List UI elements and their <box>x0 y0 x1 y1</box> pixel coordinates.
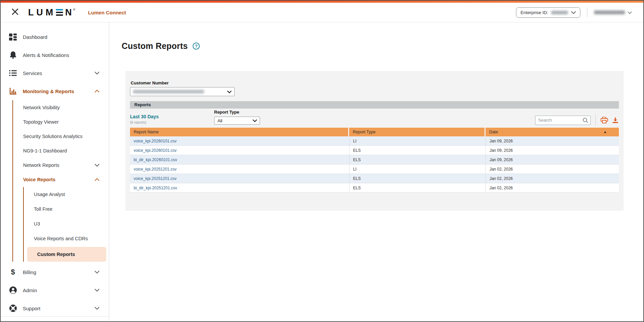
reports-panel: Customer Number Reports Last 30 Days (6 … <box>125 71 624 211</box>
sidebar-item-custom-reports[interactable]: Custom Reports <box>27 247 106 262</box>
bell-icon <box>9 51 17 59</box>
user-menu[interactable] <box>594 9 633 15</box>
sidebar-item-label: Topology Viewer <box>23 119 59 125</box>
report-file-link[interactable]: voice_kpi.20251201.csv <box>134 167 177 172</box>
search-icon <box>582 117 588 123</box>
sidebar-item-voice-reports[interactable]: Voice Reports <box>13 172 109 187</box>
app-name: Lumen Connect <box>88 10 126 15</box>
sidebar-item-alerts-notifications[interactable]: Alerts & Notifications <box>1 46 109 64</box>
report-type-cell: ELS <box>349 155 486 165</box>
print-button[interactable] <box>600 117 608 124</box>
sidebar-item-network-reports[interactable]: Network Reports <box>13 158 109 172</box>
sidebar-item-label: Network Visibility <box>23 105 60 110</box>
sidebar-item-label: Billing <box>23 269 36 275</box>
report-file-link[interactable]: bi_dir_kpi.20251201.csv <box>134 186 177 190</box>
sidebar-item-label: NG9-1-1 Dashboard <box>23 148 67 153</box>
sidebar-item-label: Network Reports <box>23 163 59 168</box>
column-header-date[interactable]: Date▲ <box>486 128 619 136</box>
report-file-link[interactable]: bi_dir_kpi.20260101.csv <box>134 157 177 162</box>
report-date-cell: Jan 09, 2026 <box>486 155 619 165</box>
select-chevron-icon <box>227 89 232 95</box>
table-row: bi_dir_kpi.20260101.csv ELS Jan 09, 2026 <box>130 155 619 165</box>
enterprise-id-label: Enterprise ID: <box>520 10 548 15</box>
enterprise-id-dropdown[interactable]: Enterprise ID: <box>516 7 580 18</box>
chevron-down-icon <box>94 72 100 75</box>
reports-section-header: Reports <box>130 101 619 109</box>
table-tools <box>535 109 619 127</box>
reports-filter-row: Last 30 Days (6 reports) Report Type All <box>130 109 619 127</box>
sidebar-item-label: Toll Free <box>34 206 53 212</box>
page-title-row: Custom Reports ? <box>122 41 643 51</box>
sidebar-item-u3[interactable]: U3 <box>24 216 109 231</box>
report-date-cell: Jan 09, 2026 <box>486 146 619 155</box>
table-row: voice_kpi.20260101.csv ELS Jan 09, 2026 <box>130 146 619 155</box>
sidebar-item-usage-analyst[interactable]: Usage Analyst <box>24 187 109 202</box>
sidebar: Dashboard Alerts & Notifications Service… <box>1 22 109 321</box>
sidebar-item-voice-reports-and-cdrs[interactable]: Voice Reports and CDRs <box>24 231 109 246</box>
customer-number-label: Customer Number <box>131 80 619 85</box>
services-list-icon <box>9 70 17 76</box>
report-file-link[interactable]: voice_kpi.20251201.csv <box>134 176 177 181</box>
report-date-cell: Jan 02, 2026 <box>486 183 619 193</box>
enterprise-id-value-redacted <box>551 11 568 14</box>
report-file-link[interactable]: voice_kpi.20260101.csv <box>134 139 177 143</box>
report-type-cell: ELS <box>349 183 486 193</box>
chevron-down-icon <box>571 9 576 15</box>
download-icon <box>612 117 619 124</box>
sidebar-item-support[interactable]: Support <box>1 299 109 317</box>
chevron-down-icon <box>94 271 100 274</box>
sidebar-item-ng911-dashboard[interactable]: NG9-1-1 Dashboard <box>13 143 109 158</box>
report-type-cell: ELS <box>349 146 486 155</box>
sidebar-item-services[interactable]: Services <box>1 64 109 82</box>
report-date-cell: Jan 09, 2026 <box>486 136 619 146</box>
sidebar-item-label: Security Solutions Analytics <box>23 134 82 139</box>
sidebar-item-label: Custom Reports <box>37 252 75 257</box>
sidebar-footer-divider <box>1 316 109 317</box>
report-date-cell: Jan 02, 2026 <box>486 174 619 183</box>
dollar-icon: $ <box>9 268 17 276</box>
column-header-report-type[interactable]: Report Type <box>349 128 486 136</box>
username-redacted <box>594 10 625 14</box>
customer-number-field: Customer Number <box>130 80 619 96</box>
report-date-cell: Jan 02, 2026 <box>486 165 619 174</box>
chevron-down-icon <box>94 307 100 310</box>
report-type-cell: LI <box>349 136 486 146</box>
registered-mark: ® <box>73 8 75 11</box>
column-header-report-name[interactable]: Report Name <box>130 128 349 136</box>
sidebar-item-label: Support <box>23 306 41 311</box>
sidebar-item-label: Voice Reports <box>23 177 55 182</box>
life-ring-icon <box>9 304 17 312</box>
customer-number-select[interactable] <box>130 87 235 96</box>
date-range-link[interactable]: Last 30 Days <box>130 114 159 119</box>
report-type-cell: ELS <box>349 174 486 183</box>
app-window: LUM N ® Lumen Connect Enterprise ID: <box>0 0 644 322</box>
sidebar-item-label: Dashboard <box>23 34 47 40</box>
sidebar-item-label: U3 <box>34 221 40 227</box>
tools-divider <box>595 115 596 125</box>
sidebar-item-security-solutions-analytics[interactable]: Security Solutions Analytics <box>13 129 109 143</box>
chevron-down-icon <box>628 9 632 15</box>
sidebar-item-billing[interactable]: $ Billing <box>1 263 109 281</box>
chevron-down-icon <box>94 289 100 292</box>
sidebar-item-topology-viewer[interactable]: Topology Viewer <box>13 115 109 129</box>
sidebar-item-label: Usage Analyst <box>34 192 65 197</box>
report-type-cell: LI <box>349 165 486 174</box>
sidebar-item-admin[interactable]: Admin <box>1 281 109 299</box>
reports-table: Report Name Report Type Date▲ voice_kpi.… <box>130 128 619 193</box>
sidebar-item-dashboard[interactable]: Dashboard <box>1 28 109 46</box>
sidebar-bottom-group: $ Billing Admin <box>1 263 109 317</box>
help-icon[interactable]: ? <box>193 43 200 50</box>
report-type-select[interactable]: All <box>214 117 260 125</box>
table-row: voice_kpi.20251201.csv LI Jan 02, 2026 <box>130 165 619 174</box>
sidebar-item-toll-free[interactable]: Toll Free <box>24 202 109 216</box>
header-divider <box>587 7 587 17</box>
sidebar-item-monitoring-reports[interactable]: Monitoring & Reports <box>1 82 109 100</box>
report-file-link[interactable]: voice_kpi.20260101.csv <box>134 148 177 153</box>
sidebar-item-network-visibility[interactable]: Network Visibility <box>13 100 109 115</box>
table-row: voice_kpi.20251201.csv ELS Jan 02, 2026 <box>130 174 619 183</box>
download-button[interactable] <box>612 117 619 124</box>
table-row: bi_dir_kpi.20251201.csv ELS Jan 02, 2026 <box>130 183 619 193</box>
close-menu-button[interactable] <box>10 7 20 17</box>
search-box <box>535 116 591 125</box>
close-icon <box>10 7 20 18</box>
